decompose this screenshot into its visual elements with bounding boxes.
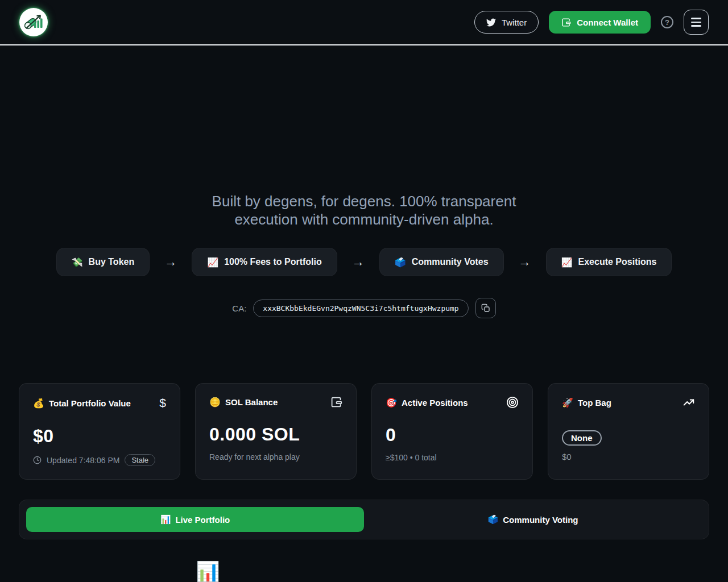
bar-chart-section-icon: 📊: [196, 560, 220, 582]
top-bag-value: $0: [562, 452, 695, 462]
flow-step-buy-token[interactable]: 💸 Buy Token: [56, 248, 150, 276]
wallet-icon: [561, 18, 571, 27]
main-content: Built by degens, for degens. 100% transp…: [19, 192, 709, 539]
card-title-text: Total Portfolio Value: [49, 398, 131, 408]
coin-icon: 🪙: [209, 397, 221, 408]
flow-arrow-icon: →: [519, 255, 531, 269]
contract-address-row: CA: xxxBCKbbEkdEGvn2PwqzWN5C3i7c5htmftug…: [19, 298, 709, 318]
flow-step-label: Buy Token: [89, 257, 135, 267]
app-page: Twitter Connect Wallet ?: [0, 0, 728, 582]
pill-chart-logo-icon: [21, 9, 46, 36]
help-glyph: ?: [665, 18, 669, 27]
hamburger-icon: [691, 18, 701, 27]
active-positions-subtitle: ≥$100 • 0 total: [386, 453, 437, 462]
money-bag-icon: 💰: [33, 398, 44, 409]
stale-badge: Stale: [125, 454, 155, 466]
clock-icon: [33, 456, 42, 464]
flow-arrow-icon: →: [352, 255, 365, 269]
card-title-text: Top Bag: [578, 398, 611, 408]
money-with-wings-icon: 💸: [72, 257, 83, 268]
target-icon: [506, 396, 519, 409]
card-top-bag: 🚀 Top Bag None $0: [548, 383, 709, 480]
contract-address-value[interactable]: xxxBCKbbEkdEGvn2PwqzWN5C3i7c5htmftugxHwz…: [253, 300, 468, 317]
copy-address-button[interactable]: [475, 298, 496, 318]
connect-wallet-button[interactable]: Connect Wallet: [549, 11, 651, 34]
top-bag-badge: None: [562, 430, 602, 446]
bar-chart-icon: 📊: [160, 514, 171, 525]
card-title-text: Active Positions: [402, 398, 468, 408]
card-title-text: SOL Balance: [225, 397, 278, 407]
hero-tagline-line1: Built by degens, for degens. 100% transp…: [19, 192, 709, 210]
contract-address-label: CA:: [232, 304, 246, 313]
chart-up-icon: 📈: [561, 257, 573, 268]
sol-balance-value: 0.000 SOL: [209, 424, 342, 445]
tab-community-voting[interactable]: 🗳️ Community Voting: [364, 507, 702, 532]
twitter-button-label: Twitter: [502, 18, 527, 27]
portfolio-value: $0: [33, 426, 166, 447]
dart-target-icon: 🎯: [386, 397, 397, 408]
wallet-card-icon: [330, 396, 342, 408]
flow-step-label: Community Votes: [412, 257, 489, 267]
flow-step-label: 100% Fees to Portfolio: [224, 257, 322, 267]
stats-grid: 💰 Total Portfolio Value $ $0 Updated 7:4…: [19, 383, 709, 480]
copy-icon: [481, 304, 490, 313]
flow-step-fees-to-portfolio[interactable]: 📈 100% Fees to Portfolio: [192, 248, 337, 276]
tab-live-portfolio-label: Live Portfolio: [175, 515, 230, 525]
hero-tagline: Built by degens, for degens. 100% transp…: [19, 192, 709, 228]
flow-arrow-icon: →: [164, 255, 177, 269]
header-actions: Twitter Connect Wallet ?: [474, 10, 709, 35]
hero-tagline-line2: execution with community-driven alpha.: [19, 210, 709, 228]
twitter-icon: [486, 18, 496, 27]
menu-button[interactable]: [684, 10, 709, 35]
header: Twitter Connect Wallet ?: [0, 0, 728, 45]
help-icon[interactable]: ?: [661, 16, 673, 28]
tab-live-portfolio[interactable]: 📊 Live Portfolio: [26, 507, 364, 532]
twitter-button[interactable]: Twitter: [474, 11, 539, 34]
app-logo[interactable]: [19, 8, 48, 36]
sol-balance-subtitle: Ready for next alpha play: [209, 452, 300, 462]
flow-step-execute-positions[interactable]: 📈 Execute Positions: [546, 248, 672, 276]
active-positions-value: 0: [386, 425, 519, 446]
trending-up-icon: [682, 396, 695, 409]
flow-step-label: Execute Positions: [578, 257, 657, 267]
chart-up-icon: 📈: [207, 257, 218, 268]
card-sol-balance: 🪙 SOL Balance 0.000 SOL Ready for next a…: [195, 383, 357, 480]
view-tabbar: 📊 Live Portfolio 🗳️ Community Voting: [19, 500, 709, 539]
dollar-icon: $: [159, 396, 166, 410]
card-total-portfolio-value: 💰 Total Portfolio Value $ $0 Updated 7:4…: [19, 383, 180, 480]
flow-row: 💸 Buy Token → 📈 100% Fees to Portfolio →…: [19, 248, 709, 276]
connect-wallet-label: Connect Wallet: [577, 18, 638, 27]
flow-step-community-votes[interactable]: 🗳️ Community Votes: [379, 248, 504, 276]
card-active-positions: 🎯 Active Positions 0 ≥$100 • 0 total: [371, 383, 533, 480]
ballot-box-icon: 🗳️: [488, 514, 499, 525]
rocket-icon: 🚀: [562, 397, 573, 408]
tab-community-voting-label: Community Voting: [503, 515, 578, 525]
ballot-box-icon: 🗳️: [395, 257, 406, 268]
portfolio-updated-text: Updated 7:48:06 PM: [47, 456, 119, 465]
